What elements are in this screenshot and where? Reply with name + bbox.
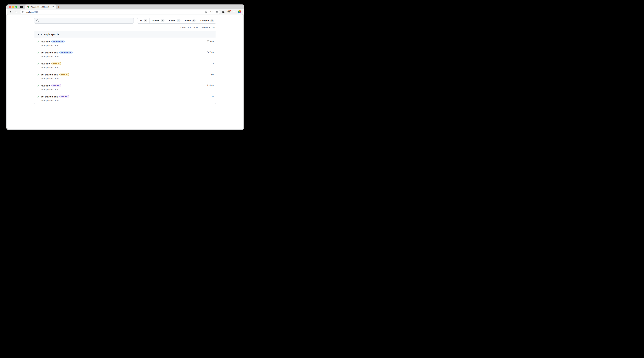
pass-check-icon (37, 84, 39, 87)
test-title[interactable]: has title (41, 40, 50, 43)
test-location: example.spec.ts:3 (41, 44, 214, 47)
test-row[interactable]: has title webkit example.spec.ts:3 714ms (34, 82, 216, 93)
run-timestamp: 11/08/2025, 10:01:42 (178, 26, 198, 28)
filter-all-count: 6 (144, 19, 148, 22)
filter-failed[interactable]: Failed 0 (167, 18, 183, 24)
tab-actions-icon[interactable] (20, 6, 23, 8)
pass-check-icon (37, 62, 39, 65)
file-group-name: example.spec.ts (41, 33, 59, 36)
pass-check-icon (37, 95, 39, 98)
project-badge[interactable]: chromium (52, 40, 64, 43)
test-duration: 1.6s (210, 73, 214, 76)
test-location: example.spec.ts:3 (41, 66, 214, 69)
test-location: example.spec.ts:10 (41, 77, 214, 80)
test-title[interactable]: has title (41, 62, 50, 65)
project-badge[interactable]: firefox (52, 62, 61, 65)
test-duration: 1.1s (210, 62, 214, 65)
profile-avatar[interactable] (228, 10, 230, 13)
copilot-icon[interactable] (238, 10, 241, 13)
site-info-icon[interactable] (22, 11, 24, 13)
pass-check-icon (37, 73, 39, 76)
pass-check-icon (37, 40, 39, 43)
test-duration: 379ms (207, 40, 214, 43)
filter-flaky-count: 0 (192, 19, 196, 22)
project-badge[interactable]: webkit (52, 84, 61, 87)
test-title[interactable]: has title (41, 84, 50, 87)
search-input[interactable] (40, 19, 132, 22)
file-group-header[interactable]: example.spec.ts (34, 31, 216, 38)
project-badge[interactable]: firefox (60, 73, 69, 76)
filter-passed-count: 6 (161, 19, 164, 22)
test-row[interactable]: has title firefox example.spec.ts:3 1.1s (34, 60, 216, 71)
back-icon[interactable] (10, 10, 12, 13)
test-location: example.spec.ts:10 (41, 99, 214, 102)
tab-close-icon[interactable]: ✕ (52, 6, 54, 8)
playwright-report-page: All 6 Passed 6 Failed 0 Flaky 0 (34, 18, 216, 104)
filter-skipped[interactable]: Skipped 0 (198, 18, 216, 24)
tab-strip: Playwright Test Report ✕ + (6, 4, 244, 9)
test-title[interactable]: get started link (41, 95, 58, 98)
filter-skipped-count: 0 (210, 19, 214, 22)
read-aloud-icon[interactable]: A (210, 11, 212, 13)
favorite-star-icon[interactable] (216, 11, 218, 13)
favorites-list-icon[interactable] (222, 11, 225, 13)
url-text: localhost:9323 (26, 11, 38, 13)
test-location: example.spec.ts:3 (41, 88, 214, 91)
browser-tab[interactable]: Playwright Test Report ✕ (26, 4, 56, 9)
project-badge[interactable]: chromium (60, 51, 72, 54)
test-row[interactable]: get started link firefox example.spec.ts… (34, 71, 216, 82)
window-controls (9, 6, 17, 8)
test-duration: 1.3s (210, 95, 214, 98)
zoom-window-button[interactable] (15, 6, 17, 8)
search-box[interactable] (34, 18, 134, 24)
svg-text:A: A (210, 11, 211, 13)
address-bar[interactable]: localhost:9323 A (20, 10, 220, 14)
test-row[interactable]: get started link chromium example.spec.t… (34, 49, 216, 60)
zoom-page-icon[interactable] (204, 11, 207, 13)
total-time: Total time: 3.8s (201, 26, 215, 28)
test-file-card: example.spec.ts has title chromium examp… (34, 31, 216, 104)
url-port: :9323 (33, 11, 38, 13)
browser-toolbar: localhost:9323 A (6, 9, 244, 14)
test-row[interactable]: get started link webkit example.spec.ts:… (34, 93, 216, 104)
pass-check-icon (37, 51, 39, 54)
test-title[interactable]: get started link (41, 51, 58, 54)
test-row[interactable]: has title chromium example.spec.ts:3 379… (34, 38, 216, 49)
test-duration: 547ms (207, 51, 214, 54)
filter-failed-count: 0 (177, 19, 180, 22)
test-duration: 714ms (207, 84, 214, 87)
filter-flaky[interactable]: Flaky 0 (183, 18, 198, 24)
filter-all[interactable]: All 6 (137, 18, 150, 24)
chevron-down-icon (38, 33, 40, 35)
filter-chips: All 6 Passed 6 Failed 0 Flaky 0 (137, 18, 216, 24)
search-icon (36, 19, 39, 22)
tab-title: Playwright Test Report (30, 6, 52, 8)
web-content: All 6 Passed 6 Failed 0 Flaky 0 (7, 14, 243, 129)
test-title[interactable]: get started link (41, 73, 58, 76)
new-tab-button[interactable]: + (58, 5, 60, 8)
filter-passed[interactable]: Passed 6 (150, 18, 167, 24)
test-location: example.spec.ts:10 (41, 55, 214, 58)
settings-menu-icon[interactable] (233, 12, 236, 12)
url-host: localhost (26, 11, 33, 13)
notification-dot (230, 10, 231, 11)
minimize-window-button[interactable] (12, 6, 14, 8)
run-info: 11/08/2025, 10:01:42 Total time: 3.8s (34, 26, 216, 28)
browser-window: Playwright Test Report ✕ + localhost:932… (6, 4, 244, 130)
project-badge[interactable]: webkit (60, 95, 69, 98)
playwright-logo-icon (27, 6, 29, 8)
close-window-button[interactable] (9, 6, 11, 8)
reload-icon[interactable] (15, 10, 18, 13)
avatar-image (228, 11, 230, 13)
